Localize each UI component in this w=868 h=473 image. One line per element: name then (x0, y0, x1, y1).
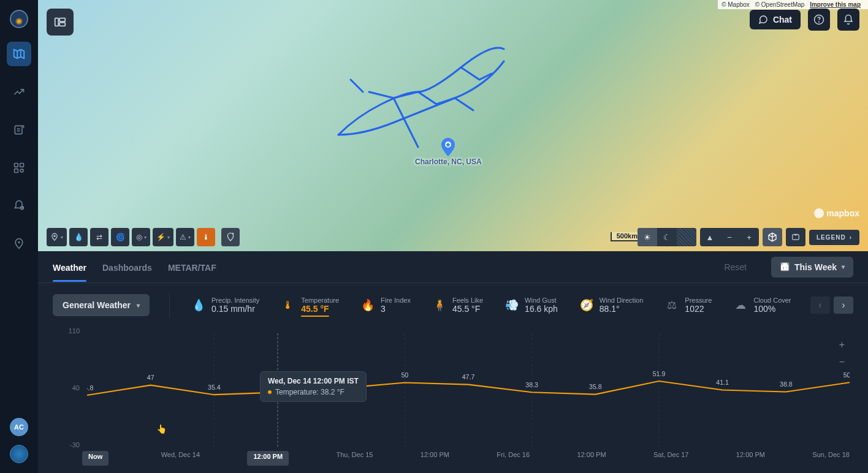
weather-category-dropdown[interactable]: General Weather (53, 294, 150, 316)
metrics-row: General Weather 💧Precip. Intensity0.15 m… (38, 283, 868, 327)
metric-value: 45.5 °F (452, 304, 483, 314)
x-tick: 12:00 PM (577, 451, 606, 466)
svg-text:43.3: 43.3 (335, 377, 348, 384)
metric-precip-intensity[interactable]: 💧Precip. Intensity0.15 mm/hr (189, 293, 262, 317)
svg-text:38.8: 38.8 (780, 380, 793, 388)
metric-value: 88.1° (600, 304, 644, 314)
metric-fire-index[interactable]: 🔥Fire Index3 (359, 293, 413, 317)
nav-alerts-settings[interactable] (7, 194, 31, 218)
metric-wind-gust[interactable]: 💨Wind Gust16.6 kph (503, 293, 560, 317)
metrics-scroll-right[interactable]: › (834, 297, 853, 314)
chart-zoom-in[interactable]: + (839, 339, 845, 350)
attrib-mapbox: © Mapbox (721, 1, 750, 8)
theme-satellite[interactable] (677, 228, 696, 246)
x-tick: 12:00 PM (421, 451, 449, 466)
svg-point-14 (54, 235, 55, 236)
globe-icon[interactable] (10, 445, 28, 463)
help-button[interactable] (808, 9, 830, 31)
svg-text:50: 50 (401, 371, 408, 379)
nav-apps[interactable] (7, 156, 31, 180)
tool-adjust[interactable]: ⇄ (90, 228, 108, 246)
metric-label: Precip. Intensity (211, 297, 259, 304)
svg-text:41.1: 41.1 (716, 379, 729, 386)
tool-location[interactable] (47, 228, 67, 246)
reset-button[interactable]: Reset (724, 262, 747, 272)
metric-value: 3 (381, 304, 411, 314)
map-toolbar-left: 💧 ⇄ 🌀 ◎ ⚡ ⚠ 🌡 (47, 228, 240, 246)
metric-label: Feels Like (452, 297, 483, 304)
svg-rect-10 (59, 23, 65, 26)
svg-rect-3 (15, 164, 18, 167)
chart-zoom-controls: + − (839, 339, 845, 368)
svg-point-6 (20, 169, 23, 172)
metric-icon: 💨 (505, 298, 519, 312)
tool-warning[interactable]: ⚠ (176, 228, 194, 246)
tab-weather[interactable]: Weather (53, 253, 86, 281)
tab-dashboards[interactable]: Dashboards (102, 253, 152, 281)
metric-cloud-cover[interactable]: ☁Cloud Cover100% (731, 293, 793, 317)
metric-feels-like[interactable]: 🧍Feels Like45.5 °F (430, 293, 485, 317)
metric-label: Wind Direction (600, 297, 644, 304)
tool-lightning[interactable]: ⚡ (153, 228, 173, 246)
metric-label: Wind Gust (525, 297, 558, 304)
chat-button[interactable]: Chat (750, 10, 801, 29)
user-avatar[interactable]: AC (10, 418, 28, 436)
metric-icon: 🔥 (361, 298, 375, 312)
tab-metar-taf[interactable]: METAR/TAF (168, 253, 216, 281)
map-toolbar-right: ☀ ☾ ▲ − + LEGEND (638, 228, 859, 246)
theme-dark[interactable]: ☾ (657, 228, 677, 246)
metric-icon: ☁ (734, 298, 747, 312)
metric-value: 16.6 kph (525, 304, 558, 314)
tool-temperature[interactable]: 🌡 (197, 228, 215, 246)
left-sidebar: AC (0, 0, 38, 473)
metric-label: Temperature (301, 297, 339, 304)
period-selector[interactable]: This Week (771, 257, 853, 278)
fullscreen[interactable] (786, 228, 805, 246)
notifications-button[interactable] (837, 9, 859, 31)
nav-trends[interactable] (7, 80, 31, 104)
tool-radar[interactable]: ◎ (132, 228, 150, 246)
chart-area: 110 40 -30 34.84735.443.35047.738.335.85… (38, 327, 868, 473)
tool-precip[interactable]: 💧 (69, 228, 88, 246)
chart-zoom-out[interactable]: − (839, 357, 845, 368)
metric-pressure[interactable]: ⚖Pressure1022 (663, 293, 714, 317)
svg-text:51.9: 51.9 (653, 369, 666, 377)
metric-value: 0.15 mm/hr (211, 304, 259, 314)
metric-temperature[interactable]: 🌡Temperature45.5 °F (279, 293, 341, 317)
map-layers-button[interactable] (47, 9, 74, 36)
metric-wind-direction[interactable]: 🧭Wind Direction88.1° (577, 293, 646, 317)
attrib-osm: © OpenStreetMap (755, 1, 805, 8)
nav-favorite-location[interactable] (7, 232, 31, 256)
x-tick: Wed, Dec 14 (161, 451, 200, 466)
metrics-scroll-left[interactable]: ‹ (810, 297, 830, 314)
chart-plot[interactable]: 34.84735.443.35047.738.335.851.941.138.8… (87, 333, 850, 448)
tool-storm[interactable]: 🌀 (111, 228, 129, 246)
svg-text:50.2: 50.2 (843, 371, 850, 379)
zoom-in[interactable]: + (739, 228, 759, 246)
zoom-out[interactable]: − (720, 228, 739, 246)
nav-map[interactable] (7, 42, 31, 66)
chat-label: Chat (773, 15, 792, 25)
view-3d[interactable] (763, 228, 782, 246)
period-label: This Week (794, 262, 837, 272)
nav-add-doc[interactable] (7, 118, 31, 142)
metric-value: 100% (753, 304, 791, 314)
metric-icon: 🧭 (580, 298, 593, 312)
theme-light[interactable]: ☀ (638, 228, 657, 246)
map-canvas[interactable]: © Mapbox © OpenStreetMap Improve this ma… (38, 0, 868, 251)
compass-north[interactable]: ▲ (700, 228, 720, 246)
svg-text:47.7: 47.7 (462, 373, 475, 380)
chart-x-axis: NowWed, Dec 1412:00 PMThu, Dec 1512:00 P… (87, 451, 850, 466)
chart-y-axis: 110 40 -30 (53, 327, 80, 448)
x-tick: 12:00 PM (247, 451, 289, 466)
x-tick: Sat, Dec 17 (653, 451, 688, 466)
svg-rect-5 (15, 169, 18, 173)
x-tick: 12:00 PM (736, 451, 765, 466)
svg-rect-9 (59, 18, 65, 21)
location-pin[interactable]: Charlotte, NC, USA (415, 138, 482, 166)
improve-map-link[interactable]: Improve this map (810, 1, 861, 8)
legend-button[interactable]: LEGEND (809, 230, 859, 245)
tool-add-pin[interactable] (221, 228, 240, 246)
map-attribution: © Mapbox © OpenStreetMap Improve this ma… (718, 0, 868, 9)
svg-rect-4 (20, 164, 24, 167)
